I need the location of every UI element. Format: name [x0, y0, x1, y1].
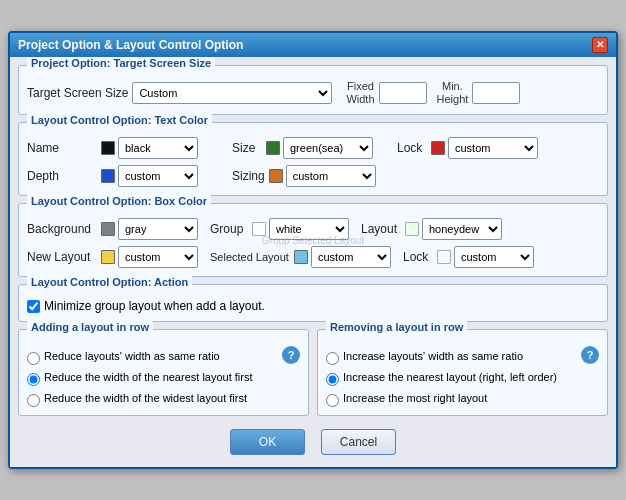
- box-lock-color-dot: [437, 250, 451, 264]
- group-color-dot: [252, 222, 266, 236]
- minimize-label: Minimize group layout when add a layout.: [44, 299, 265, 313]
- group-color-select[interactable]: white: [269, 218, 349, 240]
- depth-label: Depth: [27, 169, 97, 183]
- main-window: Project Option & Layout Control Option ✕…: [8, 31, 618, 469]
- window-body: Project Option: Target Screen Size Targe…: [10, 57, 616, 467]
- background-label: Background: [27, 222, 97, 236]
- new-layout-color-dot: [101, 250, 115, 264]
- sizing-color-select[interactable]: custom: [286, 165, 376, 187]
- adding-radio-input-2[interactable]: [27, 394, 40, 407]
- adding-header: Reduce layouts' width as same ratio Redu…: [27, 344, 300, 407]
- removing-radio-input-0[interactable]: [326, 352, 339, 365]
- layout-color-select[interactable]: honeydew: [422, 218, 502, 240]
- ok-button[interactable]: OK: [230, 429, 305, 455]
- min-height-input[interactable]: 950: [472, 82, 520, 104]
- new-layout-color-select[interactable]: custom: [118, 246, 198, 268]
- project-option-title: Project Option: Target Screen Size: [27, 57, 215, 69]
- lock-color-dot: [431, 141, 445, 155]
- group-color-select-wrap: white: [252, 218, 349, 240]
- project-option-section: Project Option: Target Screen Size Targe…: [18, 65, 608, 115]
- background-color-select[interactable]: gray: [118, 218, 198, 240]
- min-height-label: Min.Height: [437, 80, 469, 106]
- removing-radio-2: Increase the most right layout: [326, 392, 581, 407]
- removing-radio-1: Increase the nearest layout (right, left…: [326, 371, 581, 386]
- selected-layout-color-dot: [294, 250, 308, 264]
- text-color-row1: Name black Size green(sea) Lock: [27, 137, 599, 159]
- name-label: Name: [27, 141, 97, 155]
- lock-color-select[interactable]: custom: [448, 137, 538, 159]
- target-screen-row: Target Screen Size Custom FixedWidth 760…: [27, 80, 599, 106]
- size-color-dot: [266, 141, 280, 155]
- selected-layout-color-select-wrap: custom: [294, 246, 391, 268]
- box-color-row1: Background gray Group white Layout: [27, 218, 599, 240]
- layout-label: Layout: [361, 222, 401, 236]
- action-title: Layout Control Option: Action: [27, 276, 192, 288]
- depth-color-select-wrap: custom: [101, 165, 198, 187]
- name-color-dot: [101, 141, 115, 155]
- removing-option-0-label: Increase layouts' width as same ratio: [343, 350, 523, 362]
- title-bar: Project Option & Layout Control Option ✕: [10, 33, 616, 57]
- removing-panel-title: Removing a layout in row: [326, 321, 467, 333]
- removing-help-button[interactable]: ?: [581, 346, 599, 364]
- removing-header: Increase layouts' width as same ratio In…: [326, 344, 599, 407]
- layout-color-select-wrap: honeydew: [405, 218, 502, 240]
- new-layout-label: New Layout: [27, 250, 97, 264]
- adding-help-button[interactable]: ?: [282, 346, 300, 364]
- action-section: Layout Control Option: Action Minimize g…: [18, 284, 608, 322]
- adding-radio-input-1[interactable]: [27, 373, 40, 386]
- size-color-select-wrap: green(sea): [266, 137, 373, 159]
- adding-option-0-label: Reduce layouts' width as same ratio: [44, 350, 220, 362]
- sizing-color-dot: [269, 169, 283, 183]
- fixed-width-input[interactable]: 760: [379, 82, 427, 104]
- text-color-row2: Depth custom Sizing custom: [27, 165, 599, 187]
- adding-option-1-label: Reduce the width of the nearest layout f…: [44, 371, 253, 383]
- layout-color-dot: [405, 222, 419, 236]
- size-color-select[interactable]: green(sea): [283, 137, 373, 159]
- window-title: Project Option & Layout Control Option: [18, 38, 243, 52]
- selected-layout-label: Selected Layout: [210, 251, 290, 263]
- cancel-button[interactable]: Cancel: [321, 429, 396, 455]
- action-checkbox-row: Minimize group layout when add a layout.: [27, 299, 599, 313]
- box-lock-label: Lock: [403, 250, 433, 264]
- text-color-title: Layout Control Option: Text Color: [27, 114, 212, 126]
- adding-panel-title: Adding a layout in row: [27, 321, 153, 333]
- selected-layout-color-select[interactable]: custom: [311, 246, 391, 268]
- name-color-select[interactable]: black: [118, 137, 198, 159]
- box-color-row2: New Layout custom Selected Layout custom…: [27, 246, 599, 268]
- adding-radio-1: Reduce the width of the nearest layout f…: [27, 371, 282, 386]
- footer-buttons: OK Cancel: [18, 423, 608, 459]
- lock-label: Lock: [397, 141, 427, 155]
- removing-option-2-label: Increase the most right layout: [343, 392, 487, 404]
- box-color-section: Layout Control Option: Box Color Group S…: [18, 203, 608, 277]
- depth-color-dot: [101, 169, 115, 183]
- removing-options: Increase layouts' width as same ratio In…: [326, 344, 581, 407]
- size-label: Size: [232, 141, 262, 155]
- adding-radio-input-0[interactable]: [27, 352, 40, 365]
- adding-panel: Adding a layout in row Reduce layouts' w…: [18, 329, 309, 416]
- new-layout-color-select-wrap: custom: [101, 246, 198, 268]
- removing-option-1-label: Increase the nearest layout (right, left…: [343, 371, 557, 383]
- box-lock-color-select-wrap: custom: [437, 246, 534, 268]
- adding-options: Reduce layouts' width as same ratio Redu…: [27, 344, 282, 407]
- group-label: Group: [210, 222, 248, 236]
- fixed-width-label: FixedWidth: [346, 80, 374, 106]
- sizing-color-select-wrap: custom: [269, 165, 376, 187]
- background-color-dot: [101, 222, 115, 236]
- removing-radio-input-1[interactable]: [326, 373, 339, 386]
- sizing-label: Sizing: [232, 169, 265, 183]
- background-color-select-wrap: gray: [101, 218, 198, 240]
- close-button[interactable]: ✕: [592, 37, 608, 53]
- lock-color-select-wrap: custom: [431, 137, 538, 159]
- removing-radio-input-2[interactable]: [326, 394, 339, 407]
- box-lock-color-select[interactable]: custom: [454, 246, 534, 268]
- text-color-section: Layout Control Option: Text Color Name b…: [18, 122, 608, 196]
- depth-color-select[interactable]: custom: [118, 165, 198, 187]
- target-screen-select[interactable]: Custom: [132, 82, 332, 104]
- removing-panel: Removing a layout in row Increase layout…: [317, 329, 608, 416]
- adding-radio-2: Reduce the width of the widest layout fi…: [27, 392, 282, 407]
- adding-option-2-label: Reduce the width of the widest layout fi…: [44, 392, 247, 404]
- target-screen-label: Target Screen Size: [27, 86, 128, 100]
- adding-radio-0: Reduce layouts' width as same ratio: [27, 350, 282, 365]
- box-color-title: Layout Control Option: Box Color: [27, 195, 211, 207]
- minimize-checkbox[interactable]: [27, 300, 40, 313]
